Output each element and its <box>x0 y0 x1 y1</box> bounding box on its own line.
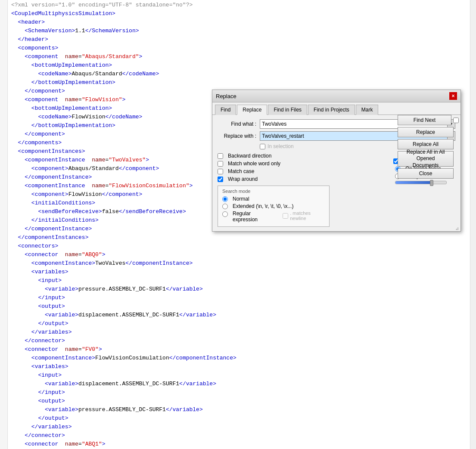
code-line: </variables> <box>11 328 236 337</box>
code-line: <connector name="ABQ1"> <box>11 440 236 449</box>
code-line: <CoupledMultiphysicsSimulation> <box>11 9 236 18</box>
dialog-body: Find what : ▼ Replace with : ▼ In select… <box>212 115 460 231</box>
code-line: </componentInstances> <box>11 233 236 242</box>
normal-radio[interactable] <box>222 196 228 202</box>
code-line: </componentInstance> <box>11 173 236 182</box>
transparency-slider[interactable] <box>395 181 447 184</box>
tab-find-in-projects[interactable]: Find in Projects <box>308 105 355 115</box>
code-line: <codeName>Abaqus/Standard</codeName> <box>11 70 236 78</box>
code-line: <component>Abaqus/Standard</component> <box>11 164 236 173</box>
code-line: <codeName>FlowVision</codeName> <box>11 113 236 121</box>
code-line: </output> <box>11 414 236 423</box>
code-line: <variables> <box>11 362 236 371</box>
search-mode-title: Search mode <box>222 189 325 194</box>
code-line: <componentInstance name="FlowVisionCosim… <box>11 182 236 190</box>
code-line: </component> <box>11 130 236 139</box>
wrap-around-label: Wrap around <box>228 176 258 182</box>
code-line: <sendBeforeReceive>false</sendBeforeRece… <box>11 207 236 216</box>
replace-button[interactable]: Replace <box>398 127 454 137</box>
code-line: </input> <box>11 388 236 397</box>
radio-normal: Normal <box>222 196 325 202</box>
transparency-slider-container <box>395 181 453 184</box>
code-line: <output> <box>11 397 236 406</box>
find-next-button[interactable]: Find Next <box>398 115 451 125</box>
tab-replace[interactable]: Replace <box>237 105 267 115</box>
extended-radio[interactable] <box>222 204 228 209</box>
search-mode-box: Search mode Normal Extended (\n, \r, \t,… <box>218 186 330 227</box>
code-line: </initialConditions> <box>11 216 236 225</box>
code-line: <component>FlowVision</component> <box>11 190 236 199</box>
find-next-row: Find Next <box>398 115 459 125</box>
find-next-checkbox[interactable] <box>453 118 459 123</box>
matches-newline-checkbox[interactable] <box>283 213 288 219</box>
code-line: </output> <box>11 319 236 328</box>
backward-direction-checkbox[interactable] <box>218 153 223 159</box>
wrap-around-checkbox[interactable] <box>218 177 223 182</box>
code-line: <initialConditions> <box>11 199 236 207</box>
close-button[interactable]: Close <box>398 168 454 179</box>
code-line: <connector name="ABQ0"> <box>11 251 236 259</box>
code-line: <componentInstances> <box>11 147 236 156</box>
code-line: </input> <box>11 294 236 302</box>
tab-find[interactable]: Find <box>215 105 236 115</box>
checkbox-match-case: Match case <box>218 168 391 174</box>
match-case-checkbox[interactable] <box>218 169 223 174</box>
code-line: <variable>displacement.ASSEMBLY_DC-SURF1… <box>11 380 236 388</box>
code-line: </componentInstance> <box>11 225 236 233</box>
checkbox-wrap-around: Wrap around <box>218 176 391 182</box>
in-selection-checkbox[interactable] <box>260 144 265 149</box>
find-what-label: Find what : <box>218 121 256 127</box>
in-selection-label: In selection <box>268 143 294 149</box>
match-case-label: Match case <box>228 168 254 174</box>
code-line: <SchemaVersion>1.1</SchemaVersion> <box>11 27 236 35</box>
dialog-titlebar: Replace × <box>212 90 460 102</box>
checkbox-whole-word: Match whole word only <box>218 161 391 167</box>
code-line: </header> <box>11 35 236 44</box>
checkbox-backward: Backward direction <box>218 153 391 159</box>
radio-regex: Regular expression . matches newline <box>222 211 325 223</box>
replace-with-label: Replace with : <box>218 133 256 139</box>
code-line: <connectors> <box>11 242 236 251</box>
backward-direction-label: Backward direction <box>228 153 271 159</box>
options-checkboxes: Backward direction Match whole word only… <box>218 153 391 227</box>
code-line: </bottomUpImplementation> <box>11 78 236 87</box>
code-line: </component> <box>11 87 236 96</box>
code-line: <component name="Abaqus/Standard"> <box>11 53 236 61</box>
line-gutter <box>0 0 8 449</box>
code-line: </bottomUpImplementation> <box>11 121 236 130</box>
replace-all-button[interactable]: Replace All <box>398 139 454 149</box>
code-line: <?xml version="1.0" encoding="UTF-8" sta… <box>11 1 236 9</box>
normal-label: Normal <box>233 196 249 202</box>
code-line: <component name="FlowVision"> <box>11 96 236 104</box>
code-line: <variable>displacement.ASSEMBLY_DC-SURF1… <box>11 311 236 319</box>
resize-handle[interactable]: ⊿ <box>455 226 460 231</box>
code-line: </variables> <box>11 423 236 431</box>
match-whole-word-checkbox[interactable] <box>218 161 223 167</box>
code-line: <bottomUpImplementation> <box>11 104 236 113</box>
code-line: <header> <box>11 18 236 27</box>
code-line: <connector name="FV0"> <box>11 345 236 354</box>
code-line: <componentInstance>FlowVisionCosimulatio… <box>11 354 236 362</box>
dialog-tabs: Find Replace Find in Files Find in Proje… <box>212 102 460 115</box>
code-line: </connector> <box>11 337 236 345</box>
slider-fill <box>395 181 431 184</box>
code-content: <?xml version="1.0" encoding="UTF-8" sta… <box>9 0 239 449</box>
radio-extended: Extended (\n, \r, \t, \0, \x...) <box>222 203 325 209</box>
tab-find-in-files[interactable]: Find in Files <box>268 105 307 115</box>
code-line: <variable>pressure.ASSEMBLY_DC-SURF1</va… <box>11 406 236 414</box>
dialog-close-button[interactable]: × <box>449 92 457 100</box>
matches-newline-row: . matches newline <box>283 211 325 221</box>
code-line: <componentInstance>TwoValves</componentI… <box>11 259 236 268</box>
regex-radio[interactable] <box>222 211 228 217</box>
slider-thumb[interactable] <box>430 180 433 186</box>
match-whole-word-label: Match whole word only <box>228 161 280 167</box>
code-line: <bottomUpImplementation> <box>11 61 236 70</box>
code-line: <components> <box>11 44 236 53</box>
vertical-scrollbar[interactable] <box>470 0 476 449</box>
tab-mark[interactable]: Mark <box>356 105 379 115</box>
code-line: </components> <box>11 139 236 147</box>
code-line: <componentInstance name="TwoValves"> <box>11 156 236 164</box>
right-buttons: Find Next Replace Replace All Replace Al… <box>396 115 460 179</box>
code-line: <output> <box>11 302 236 311</box>
replace-all-opened-button[interactable]: Replace All in All OpenedDocuments <box>398 151 454 167</box>
